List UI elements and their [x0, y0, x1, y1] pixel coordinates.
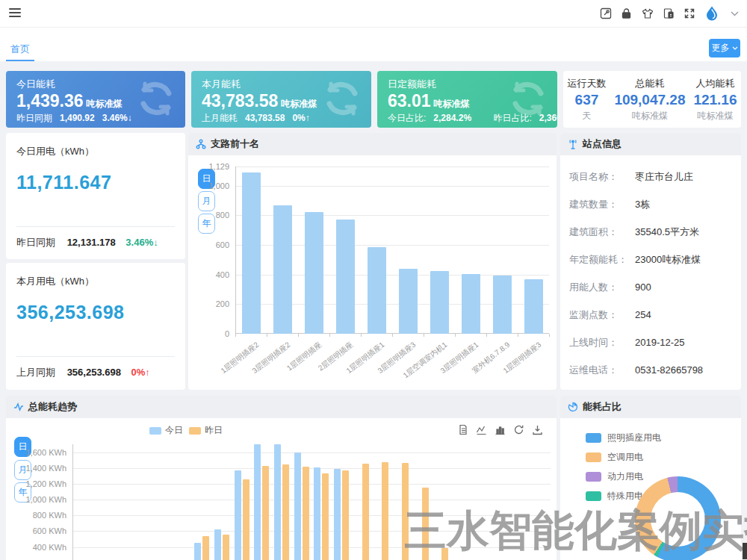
- ratio-legend-swatch: [586, 491, 601, 501]
- axis-tick: [518, 334, 518, 337]
- usage-title: 本月用电（kWh）: [16, 275, 94, 288]
- pulse-icon: [13, 402, 24, 412]
- scrollbar-thumb[interactable]: [743, 543, 747, 559]
- menu-toggle-icon[interactable]: [9, 8, 21, 18]
- ratio-legend-item[interactable]: 动力用电: [586, 470, 661, 483]
- ratio-legend-label: 照明插座用电: [607, 432, 661, 444]
- id-card-icon[interactable]: [662, 7, 675, 20]
- trend-bar-yesterday[interactable]: [342, 470, 349, 560]
- trend-bar-yesterday[interactable]: [202, 536, 209, 560]
- axis-tick: [361, 334, 362, 337]
- y-axis-label: 1,200 KWh: [14, 479, 66, 488]
- trend-bar-yesterday[interactable]: [282, 464, 289, 560]
- branch-bar[interactable]: [273, 205, 292, 334]
- trend-bar-today[interactable]: [194, 543, 201, 560]
- usage-title: 今日用电（kWh）: [16, 145, 94, 158]
- site-info-label: 建筑面积：: [569, 225, 635, 239]
- y-axis-label: 600: [192, 240, 229, 249]
- y-axis-label: 400: [192, 270, 229, 279]
- site-info-row: 项目名称：枣庄市台儿庄: [569, 163, 735, 190]
- y-axis-label: 200: [192, 299, 229, 308]
- compare-label: 昨日同期: [16, 237, 55, 248]
- trend-bar-yesterday[interactable]: [223, 535, 229, 560]
- panel-title: 总能耗趋势: [28, 400, 77, 414]
- branch-bar[interactable]: [493, 276, 512, 334]
- top-bar: [0, 0, 747, 27]
- site-info-row: 用能人数：900: [569, 273, 735, 301]
- branch-bar[interactable]: [336, 220, 355, 334]
- chevron-down-icon[interactable]: [728, 7, 741, 20]
- axis-tick: [392, 334, 393, 337]
- change-badge: 3.46%↓: [125, 237, 158, 248]
- trend-bar-yesterday[interactable]: [382, 462, 388, 560]
- site-info-row: 上线时间：2019-12-25: [569, 329, 735, 356]
- branch-bar[interactable]: [524, 279, 543, 334]
- site-info-row: 运维电话：0531-82665798: [569, 356, 735, 384]
- trend-bar-yesterday[interactable]: [303, 467, 309, 560]
- fullscreen-icon[interactable]: [683, 7, 695, 20]
- axis-tick: [424, 334, 424, 337]
- trend-bar-today[interactable]: [235, 470, 241, 560]
- trend-bar-yesterday[interactable]: [402, 463, 409, 560]
- gridline: [72, 500, 551, 500]
- axis-tick: [235, 334, 236, 337]
- trend-bar-today[interactable]: [274, 444, 281, 560]
- y-axis-label: 1,400 KWh: [14, 464, 66, 473]
- bar-chart-icon[interactable]: [495, 424, 506, 435]
- legend-swatch: [149, 427, 161, 435]
- trend-bar-yesterday[interactable]: [243, 479, 249, 560]
- trend-bar-today[interactable]: [314, 467, 320, 560]
- wrench-icon[interactable]: [599, 7, 612, 20]
- water-drop-logo[interactable]: [704, 5, 720, 22]
- card-unit: 吨标准煤: [281, 99, 317, 109]
- trend-bar-yesterday[interactable]: [262, 466, 269, 560]
- card-unit: 吨标准煤: [87, 99, 123, 109]
- trend-bar-today[interactable]: [214, 529, 221, 560]
- card-change: 3.46%↓: [102, 113, 132, 123]
- trend-bar-yesterday[interactable]: [362, 464, 369, 560]
- stat-per-capita: 人均能耗 121.16 吨标准煤: [693, 77, 737, 122]
- tab-home[interactable]: 首页: [10, 43, 30, 56]
- data-view-icon[interactable]: [457, 424, 468, 435]
- panel-title: 能耗占比: [583, 400, 622, 414]
- branch-bar[interactable]: [368, 247, 386, 334]
- branch-bar[interactable]: [305, 212, 323, 334]
- site-info-value: 0531-82665798: [635, 364, 703, 376]
- lock-icon[interactable]: [620, 7, 633, 20]
- trend-bar-chart: 1,600 KWh1,400 KWh1,200 KWh1,000 KWh800 …: [72, 444, 551, 560]
- y-axis-line: [72, 444, 73, 560]
- ratio-legend-swatch: [586, 433, 601, 443]
- trend-bar-today[interactable]: [294, 452, 301, 560]
- branch-bar[interactable]: [430, 271, 449, 334]
- branch-period-month-button[interactable]: 月: [198, 191, 215, 211]
- card-sub-label: 上月能耗: [202, 113, 238, 123]
- card-value: 43,783.58: [202, 91, 278, 111]
- trend-panel: 总能耗趋势 今日昨日 日 月 年 1,600 KWh1,400 KWh1,200…: [6, 396, 557, 560]
- trend-bar-yesterday[interactable]: [422, 488, 429, 560]
- trend-bar-yesterday[interactable]: [441, 548, 448, 560]
- site-info-label: 项目名称：: [569, 170, 635, 184]
- download-icon[interactable]: [532, 424, 543, 435]
- site-info-value: 23000吨标准煤: [635, 253, 701, 267]
- legend-item[interactable]: 今日: [149, 424, 183, 437]
- site-info-label: 运维电话：: [569, 364, 635, 377]
- site-info-row: 监测点数：254: [569, 301, 735, 329]
- branch-bar[interactable]: [399, 269, 418, 334]
- trend-bar-yesterday[interactable]: [322, 473, 329, 560]
- legend-item[interactable]: 昨日: [189, 424, 223, 437]
- trend-bar-today[interactable]: [254, 444, 261, 560]
- ratio-legend-item[interactable]: 空调用电: [586, 451, 661, 464]
- more-button[interactable]: 更多: [709, 39, 740, 57]
- y-axis-label: 1,000 KWh: [14, 495, 66, 504]
- site-info-row: 年定额能耗：23000吨标准煤: [569, 246, 735, 273]
- trend-legend: 今日昨日: [149, 424, 223, 437]
- site-info-label: 年定额能耗：: [569, 253, 635, 267]
- line-chart-icon[interactable]: [476, 424, 487, 435]
- trend-bar-today[interactable]: [334, 469, 341, 560]
- theme-shirt-icon[interactable]: [641, 7, 654, 20]
- refresh-icon[interactable]: [513, 424, 524, 435]
- branch-bar[interactable]: [242, 172, 261, 334]
- ratio-legend-item[interactable]: 照明插座用电: [586, 432, 661, 444]
- branch-bar[interactable]: [462, 274, 480, 334]
- site-info-label: 用能人数：: [569, 281, 635, 294]
